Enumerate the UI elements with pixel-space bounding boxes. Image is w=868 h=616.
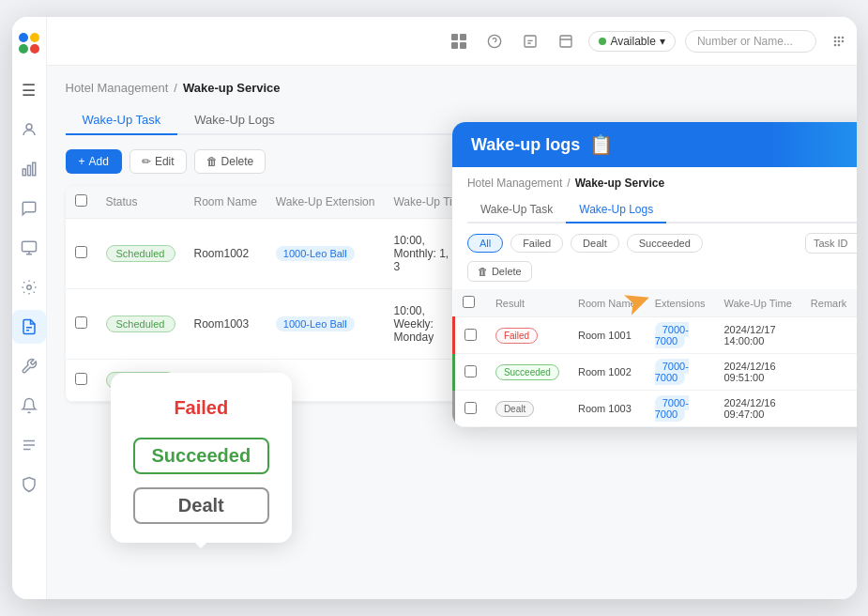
svg-point-26 — [834, 40, 835, 41]
legend-succeeded: Succeeded — [133, 438, 270, 474]
help-icon[interactable] — [481, 28, 508, 54]
menu-toggle[interactable]: ☰ — [12, 73, 46, 107]
logs-breadcrumb-current: Wake-up Service — [575, 177, 665, 190]
grid-icon[interactable] — [446, 28, 472, 54]
add-button[interactable]: + Add — [66, 149, 122, 174]
filter-chip-all[interactable]: All — [467, 234, 503, 253]
ext-tag: 1000-Leo Ball — [276, 316, 355, 331]
logs-breadcrumb-parent[interactable]: Hotel Management — [467, 177, 562, 190]
logs-delete-label: Delete — [492, 266, 522, 277]
app-logo[interactable] — [14, 28, 44, 58]
logs-panel-header: Wake-up logs 📋 — [452, 122, 857, 167]
ext-tag: 1000-Leo Ball — [276, 246, 355, 261]
svg-rect-16 — [460, 34, 466, 40]
sidebar-item-reports[interactable] — [12, 310, 46, 344]
breadcrumb-sep: / — [174, 81, 177, 95]
svg-point-23 — [834, 37, 835, 38]
col-status: Status — [97, 186, 185, 219]
tab-wake-up-task[interactable]: Wake-Up Task — [66, 106, 178, 135]
row-checkbox[interactable] — [75, 316, 87, 329]
logs-select-all[interactable] — [463, 296, 475, 308]
logs-breadcrumb: Hotel Management / Wake-up Service — [452, 167, 857, 190]
tab-wake-up-logs[interactable]: Wake-Up Logs — [177, 106, 292, 135]
log-row-checkbox[interactable] — [464, 402, 477, 414]
svg-point-9 — [26, 285, 31, 290]
status-badge: Scheduled — [106, 245, 175, 262]
logs-tab-wake-up-task[interactable]: Wake-Up Task — [467, 197, 566, 223]
log-room-name: Room 1003 — [569, 391, 646, 427]
svg-point-25 — [842, 37, 843, 38]
sidebar-item-tools[interactable] — [12, 349, 46, 383]
number-search-input[interactable]: Number or Name... — [685, 30, 816, 53]
voicemail-icon[interactable] — [517, 28, 543, 54]
logs-panel: Wake-up logs 📋 Hotel Management / Wake-u… — [452, 122, 857, 427]
chevron-down-icon: ▾ — [660, 35, 665, 48]
logs-tab-wake-up-logs[interactable]: Wake-Up Logs — [566, 197, 666, 223]
svg-point-24 — [838, 37, 839, 38]
sidebar-item-chat[interactable] — [12, 192, 46, 225]
status-dot — [599, 38, 606, 45]
log-col-room: Room Name — [569, 289, 646, 317]
log-table-row: Failed Room 1001 7000-7000 2024/12/17 14… — [453, 317, 856, 354]
svg-point-29 — [834, 44, 835, 45]
svg-rect-8 — [22, 241, 36, 252]
status-badge: Scheduled — [106, 316, 175, 332]
select-all-checkbox[interactable] — [75, 194, 87, 207]
sidebar: ☰ — [12, 17, 47, 599]
result-badge-failed: Failed — [495, 328, 538, 344]
delete-button[interactable]: 🗑 Delete — [194, 149, 266, 174]
edit-button[interactable]: ✏ Edit — [129, 149, 187, 174]
svg-rect-18 — [460, 42, 466, 49]
page-content: Hotel Management / Wake-up Service Wake-… — [47, 66, 857, 599]
log-table-row: Succeeded Room 1002 7000-7000 2024/12/16… — [453, 354, 856, 391]
sidebar-item-settings[interactable] — [12, 270, 46, 304]
svg-point-27 — [838, 40, 839, 41]
filter-chip-failed[interactable]: Failed — [510, 234, 563, 253]
layout-icon[interactable] — [553, 28, 579, 54]
svg-rect-7 — [32, 162, 35, 176]
logs-filter-row: All Failed Dealt Succeeded — [452, 223, 857, 254]
log-wake-time: 2024/12/17 14:00:00 — [715, 317, 801, 354]
log-remark — [801, 391, 857, 427]
log-row-checkbox[interactable] — [464, 365, 477, 377]
svg-rect-5 — [23, 169, 25, 176]
logs-tab-bar: Wake-Up Task Wake-Up Logs — [467, 197, 857, 223]
filter-chip-dealt[interactable]: Dealt — [571, 234, 619, 253]
result-badge-succeeded: Succeeded — [495, 364, 559, 380]
col-room-name: Room Name — [185, 186, 266, 219]
breadcrumb: Hotel Management / Wake-up Service — [66, 81, 857, 95]
filter-chip-succeeded[interactable]: Succeeded — [627, 234, 703, 253]
log-room-name: Room 1001 — [569, 317, 646, 354]
svg-point-3 — [30, 44, 39, 54]
log-col-ext: Extensions — [646, 289, 715, 317]
row-checkbox[interactable] — [75, 373, 87, 385]
cell-room-name: Room1003 — [185, 289, 266, 360]
logs-delete-button[interactable]: 🗑 Delete — [467, 261, 532, 282]
sidebar-item-analytics[interactable] — [12, 152, 46, 186]
sidebar-item-security[interactable] — [12, 468, 46, 501]
trash-icon: 🗑 — [206, 155, 218, 168]
svg-point-2 — [19, 44, 28, 54]
svg-point-1 — [30, 33, 39, 42]
svg-point-28 — [842, 40, 843, 41]
logs-table-wrap: Result Room Name Extensions Wake-Up Time… — [452, 289, 857, 427]
sidebar-item-users[interactable] — [12, 113, 46, 146]
row-checkbox[interactable] — [75, 246, 87, 258]
svg-point-4 — [26, 124, 32, 130]
sidebar-item-notifications[interactable] — [12, 389, 46, 423]
breadcrumb-current: Wake-up Service — [183, 81, 281, 95]
task-id-search[interactable] — [805, 233, 857, 254]
svg-rect-17 — [451, 42, 458, 49]
add-label: Add — [89, 155, 109, 168]
dialpad-icon[interactable] — [826, 28, 852, 54]
legend-dealt: Dealt — [133, 487, 270, 524]
sidebar-item-monitor[interactable] — [12, 231, 46, 265]
available-status[interactable]: Available ▾ — [588, 31, 675, 52]
log-row-checkbox[interactable] — [464, 329, 477, 341]
trash-icon: 🗑 — [478, 266, 488, 277]
log-remark — [801, 317, 857, 354]
svg-rect-15 — [451, 34, 458, 40]
sidebar-item-config[interactable] — [12, 428, 46, 462]
log-room-name: Room 1002 — [569, 354, 646, 391]
breadcrumb-parent[interactable]: Hotel Management — [66, 81, 169, 95]
